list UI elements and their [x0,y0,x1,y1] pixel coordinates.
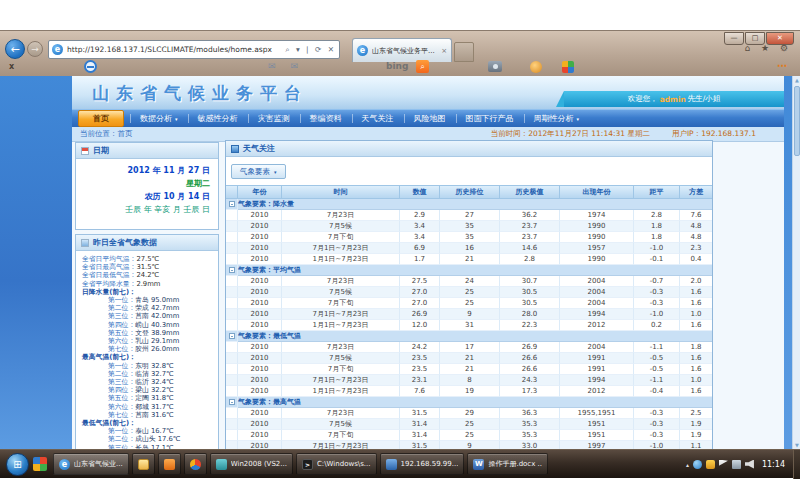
row-cell: -0.3 [634,430,680,441]
table-row[interactable]: 20101月1日~7月23日12.03122.320120.21.6 [226,320,712,331]
table-group-row[interactable]: 气象要素：最低气温 [226,331,712,342]
url-text[interactable]: http://192.168.137.1/SLCCLIMATE/modules/… [67,45,282,54]
table-row[interactable]: 20107月5候3.43523.719901.84.8 [226,221,712,232]
rank-item: 第七位：莒南 31.6℃ [82,411,218,419]
row-cell [226,309,238,320]
table-group-row[interactable]: 气象要素：最高气温 [226,397,712,408]
menu-item-1[interactable]: 数据分析▾ [130,111,188,126]
collapse-icon[interactable] [229,201,235,207]
show-desktop-button[interactable] [793,450,800,479]
bing-logo[interactable]: bing [386,61,408,71]
row-cell: 21 [440,353,500,364]
camera-icon[interactable] [488,61,502,72]
tab-close-icon[interactable]: × [441,47,447,55]
quick-launch-icon[interactable] [33,457,47,471]
table-row[interactable]: 20107月下旬31.42535.31951-0.31.9 [226,430,712,441]
home-star-gear-icons[interactable]: ⌂ ★ ⚙ [744,43,792,53]
more-icon[interactable]: ⋯ [777,60,788,71]
taskbar-clock[interactable]: 11:14 [762,460,785,469]
table-row[interactable]: 20107月1日~7月23日31.5933.01997-1.01.1 [226,441,712,449]
table-row[interactable]: 20107月5候31.42535.31951-0.31.9 [226,419,712,430]
table-row[interactable]: 20107月下旬27.02530.52004-0.31.6 [226,298,712,309]
table-row[interactable]: 20101月1日~7月23日7.61917.32012-0.41.6 [226,386,712,397]
scrollbar-thumb[interactable] [794,86,800,156]
table-row[interactable]: 20101月1日~7月23日1.7212.81990-0.10.4 [226,254,712,265]
element-filter-button[interactable]: 气象要素 ▾ [231,164,286,179]
row-cell: -0.3 [634,287,680,298]
address-bar[interactable]: e http://192.168.137.1/SLCCLIMATE/module… [48,40,340,59]
row-cell: 2010 [238,375,282,386]
menu-item-3[interactable]: 灾害监测 [248,111,300,126]
row-cell: 1990 [560,254,634,265]
menu-item-4[interactable]: 整编资料 [300,111,352,126]
rank-position: 第四位： [108,321,135,329]
row-cell: 2010 [238,419,282,430]
taskbar-button-app-circle[interactable] [184,453,207,475]
row-cell [226,287,238,298]
scroll-up-icon[interactable]: ▲ [793,77,800,83]
row-cell [226,232,238,243]
row-cell: 2004 [560,276,634,287]
taskbar-button-rdp[interactable]: 192.168.59.99... [380,453,465,475]
table-row[interactable]: 20107月23日2.92736.219742.87.6 [226,210,712,221]
address-bar-icons[interactable]: ⌕ ▾ | ⟳ ✕ [285,45,336,55]
vertical-scrollbar[interactable]: ▲ ▼ [792,76,800,449]
menu-item-5[interactable]: 天气关注 [352,111,404,126]
welcome-bar: 欢迎您， admin 先生/小姐 [564,91,784,107]
forward-button[interactable]: → [27,41,43,57]
table-row[interactable]: 20107月下旬3.43523.719901.84.8 [226,232,712,243]
network-icon[interactable] [732,460,741,469]
mail-icons[interactable]: ✉ ✉ [268,61,304,71]
taskbar-button-cmd[interactable]: >C:\Windows\s... [296,453,377,475]
menu-item-7[interactable]: 图面下行产品 [456,111,524,126]
scroll-down-icon[interactable]: ▼ [793,442,800,448]
table-row[interactable]: 20107月5候27.02530.52004-0.31.6 [226,287,712,298]
paw-icon[interactable] [530,61,542,73]
flag-icon[interactable] [719,460,728,469]
rank-item: 第一位：青岛 95.0mm [82,296,218,304]
table-row[interactable]: 20107月23日27.52430.72004-0.72.0 [226,276,712,287]
taskbar-button-word[interactable]: W操作手册.docx .. [467,453,548,475]
menu-item-2[interactable]: 敏感性分析 [188,111,248,126]
table-row[interactable]: 20107月5候23.52126.61991-0.51.6 [226,353,712,364]
row-cell: 36.3 [500,408,560,419]
collapse-icon[interactable] [229,267,235,273]
taskbar-button-folder[interactable] [132,453,155,475]
row-cell: 2010 [238,309,282,320]
search-addon-icon[interactable]: ⌕ [416,60,429,73]
table-group-row[interactable]: 气象要素：平均气温 [226,265,712,276]
row-cell: 1.0 [680,309,712,320]
shield-icon[interactable] [706,460,715,469]
weather-stat-value: 31.5℃ [136,263,159,271]
toolbar-close-icon[interactable]: x [9,62,14,71]
menu-item-6[interactable]: 风险地图 [404,111,456,126]
arrow-up-icon[interactable]: ▴ [686,460,689,469]
row-cell: 1.9 [680,430,712,441]
messenger-icon[interactable] [693,460,702,469]
table-row[interactable]: 20107月23日31.52936.31955,1951-0.32.5 [226,408,712,419]
taskbar-button-app-orange[interactable] [158,453,181,475]
menu-item-8[interactable]: 周期性分析▾ [524,111,590,126]
collapse-icon[interactable] [229,333,235,339]
row-cell: 30.7 [500,276,560,287]
volume-icon[interactable] [745,460,754,469]
table-row[interactable]: 20107月1日~7月23日23.1824.31994-1.11.0 [226,375,712,386]
weather-stat-value: 27.5℃ [136,255,159,263]
taskbar-button-ie[interactable]: e山东省气候业... [53,453,129,475]
menu-item-0[interactable]: 首页 [78,110,124,127]
table-row[interactable]: 20107月1日~7月23日6.91614.61957-1.02.3 [226,243,712,254]
table-row[interactable]: 20107月下旬23.52126.61991-0.51.6 [226,364,712,375]
menu-item-label: 天气关注 [362,113,394,124]
table-row[interactable]: 20107月1日~7月23日26.9928.01994-1.01.0 [226,309,712,320]
row-cell: -1.0 [634,243,680,254]
collapse-icon[interactable] [229,399,235,405]
plugin-icon[interactable] [562,61,574,73]
row-cell: 3.4 [400,221,440,232]
taskbar-button-vm[interactable]: Win2008 (VS2... [210,453,293,475]
table-group-row[interactable]: 气象要素：降水量 [226,199,712,210]
back-button[interactable]: ← [5,39,25,59]
system-tray: ▴ 11:14 [686,450,800,479]
start-button[interactable]: ⊞ [6,453,29,476]
table-row[interactable]: 20107月23日24.21726.92004-1.11.8 [226,342,712,353]
row-cell: 3.4 [400,232,440,243]
